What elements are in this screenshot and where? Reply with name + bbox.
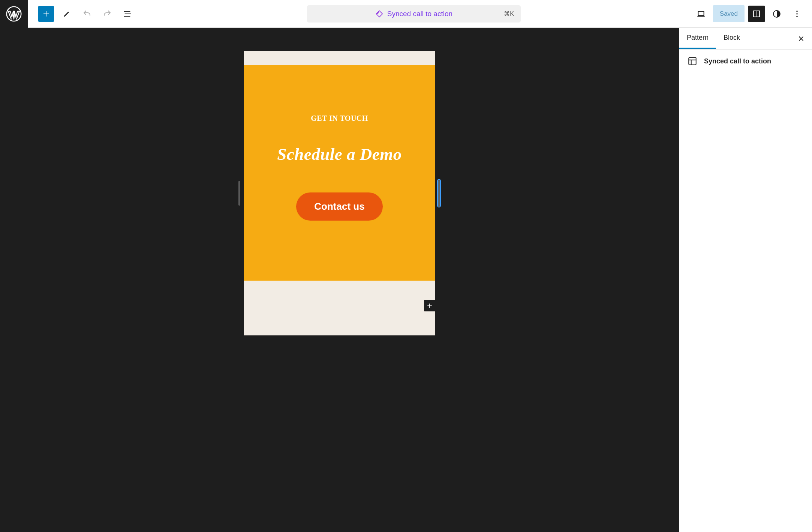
- tab-block[interactable]: Block: [716, 28, 748, 49]
- redo-icon: [103, 9, 112, 18]
- pencil-icon: [62, 9, 71, 18]
- styles-button[interactable]: [769, 6, 785, 22]
- redo-button[interactable]: [100, 6, 115, 21]
- wordpress-icon: [6, 6, 22, 22]
- settings-sidebar-toggle[interactable]: [748, 6, 765, 22]
- undo-icon: [82, 9, 91, 18]
- dots-vertical-icon: [793, 9, 802, 18]
- edit-tools-button[interactable]: [59, 6, 74, 21]
- svg-point-4: [796, 11, 798, 12]
- resize-handle-left[interactable]: [238, 181, 240, 206]
- document-overview-button[interactable]: [120, 6, 135, 21]
- cta-headline[interactable]: Schedule a Demo: [277, 144, 402, 164]
- svg-rect-1: [698, 11, 704, 15]
- close-icon: [797, 35, 805, 43]
- view-device-button[interactable]: [693, 6, 709, 22]
- settings-sidebar: Pattern Block Synced call to action: [679, 28, 812, 532]
- command-shortcut: ⌘K: [504, 10, 514, 17]
- plus-icon: [42, 9, 51, 18]
- document-title: Synced call to action: [387, 10, 452, 18]
- more-options-button[interactable]: [789, 6, 805, 22]
- svg-point-5: [796, 13, 798, 15]
- editor-canvas[interactable]: GET IN TOUCH Schedule a Demo Contact us: [0, 28, 679, 532]
- svg-rect-7: [689, 57, 696, 65]
- sidebar-tabs: Pattern Block: [679, 28, 812, 50]
- pattern-card[interactable]: Synced call to action: [679, 50, 812, 73]
- add-block-button[interactable]: [38, 6, 54, 22]
- laptop-icon: [696, 9, 706, 19]
- undo-button[interactable]: [79, 6, 94, 21]
- saved-button[interactable]: Saved: [713, 5, 745, 22]
- tab-pattern[interactable]: Pattern: [679, 28, 716, 49]
- top-toolbar: Synced call to action ⌘K Saved: [0, 0, 812, 28]
- wordpress-logo[interactable]: [0, 0, 28, 28]
- close-sidebar-button[interactable]: [795, 32, 808, 45]
- cta-block[interactable]: GET IN TOUCH Schedule a Demo Contact us: [244, 65, 435, 281]
- sidebar-panel-icon: [752, 9, 761, 18]
- document-title-bar[interactable]: Synced call to action ⌘K: [307, 5, 521, 23]
- cta-contact-button[interactable]: Contact us: [296, 192, 382, 221]
- plus-icon: [426, 302, 433, 310]
- pattern-frame[interactable]: GET IN TOUCH Schedule a Demo Contact us: [244, 51, 435, 335]
- pattern-title: Synced call to action: [704, 57, 771, 65]
- add-block-inline-button[interactable]: [424, 300, 436, 311]
- svg-point-6: [796, 16, 798, 17]
- svg-rect-2: [754, 11, 760, 17]
- contrast-icon: [772, 9, 781, 18]
- layout-icon: [688, 56, 697, 66]
- synced-pattern-icon: [375, 10, 384, 18]
- resize-handle-right[interactable]: [437, 179, 441, 207]
- list-stagger-icon: [123, 9, 132, 19]
- cta-eyebrow[interactable]: GET IN TOUCH: [311, 114, 368, 123]
